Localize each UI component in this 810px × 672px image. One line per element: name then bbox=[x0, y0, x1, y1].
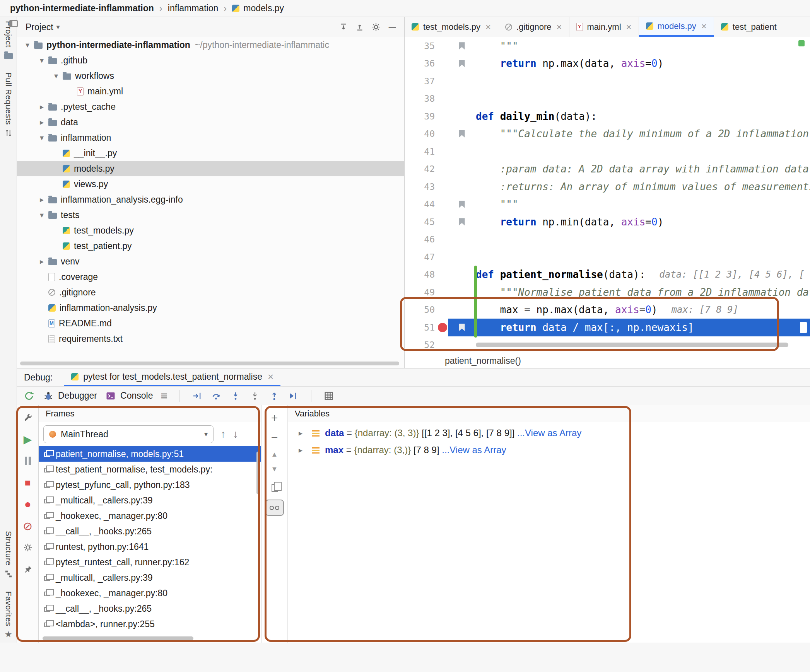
variable-row-max[interactable]: ▸max = {ndarray: (3,)} [7 8 9] ...View a… bbox=[288, 442, 810, 459]
expand-all-icon[interactable] bbox=[337, 20, 350, 34]
frame-row-10[interactable]: __call__, _hooks.py:265 bbox=[39, 601, 261, 616]
tree-item-gitignore[interactable]: .gitignore bbox=[17, 285, 404, 300]
next-frame-icon[interactable]: ↓ bbox=[233, 428, 238, 440]
code-line-49[interactable]: 49 """Normalise patient data from a 2D i… bbox=[405, 283, 810, 301]
line-number[interactable]: 48 bbox=[405, 266, 448, 284]
project-panel-title[interactable]: Project bbox=[26, 22, 53, 32]
pause-program-icon[interactable] bbox=[22, 455, 34, 467]
tree-item-models-py[interactable]: models.py bbox=[17, 161, 404, 176]
frame-row-8[interactable]: _multicall, _callers.py:39 bbox=[39, 570, 261, 585]
rerun-icon[interactable] bbox=[23, 390, 35, 402]
tree-item-coverage[interactable]: .coverage bbox=[17, 269, 404, 285]
line-number[interactable]: 47 bbox=[405, 248, 448, 266]
frames-vscrollbar[interactable] bbox=[256, 452, 260, 494]
layout-options-icon[interactable]: ≡ bbox=[161, 389, 167, 403]
line-number[interactable]: 44 bbox=[405, 196, 448, 213]
tree-item-github[interactable]: ▾.github bbox=[17, 53, 404, 68]
step-out-icon[interactable] bbox=[268, 390, 280, 402]
chevron-right-icon[interactable]: ▸ bbox=[35, 102, 48, 111]
code-line-38[interactable]: 38 bbox=[405, 90, 810, 108]
variable-row-data[interactable]: ▸data = {ndarray: (3, 3)} [[1 2 3], [4 5… bbox=[288, 425, 810, 442]
code-line-45[interactable]: 45 return np.min(data, axis=0) bbox=[405, 213, 810, 231]
step-into-icon[interactable] bbox=[230, 390, 241, 402]
editor-breadcrumb[interactable]: patient_normalise() bbox=[405, 354, 810, 368]
chevron-down-icon[interactable]: ▾ bbox=[35, 210, 48, 220]
code-line-41[interactable]: 41 bbox=[405, 143, 810, 160]
code-line-48[interactable]: 48def patient_normalise(data):data: [[1 … bbox=[405, 266, 810, 284]
breadcrumb-project[interactable]: python-intermediate-inflammation bbox=[10, 3, 154, 14]
frame-row-0[interactable]: patient_normalise, models.py:51 bbox=[39, 446, 261, 462]
breadcrumb-package[interactable]: inflammation bbox=[168, 3, 218, 14]
tab-debugger[interactable]: Debugger bbox=[43, 390, 97, 402]
code-editor[interactable]: 35 """36 return np.max(data, axis=0)3738… bbox=[405, 37, 810, 354]
breadcrumb-file[interactable]: models.py bbox=[232, 3, 284, 14]
tree-item-requirements-txt[interactable]: requirements.txt bbox=[17, 331, 404, 346]
chevron-down-icon[interactable]: ▾ bbox=[21, 40, 34, 49]
thread-selector[interactable]: MainThread ▾ bbox=[43, 425, 214, 443]
code-line-42[interactable]: 42 :param data: A 2D data array with inf… bbox=[405, 160, 810, 178]
code-line-46[interactable]: 46 bbox=[405, 231, 810, 249]
frame-row-6[interactable]: runtest, python.py:1641 bbox=[39, 539, 261, 554]
tree-item-test-patient-py[interactable]: test_patient.py bbox=[17, 238, 404, 254]
frame-row-9[interactable]: _hookexec, _manager.py:80 bbox=[39, 585, 261, 601]
tab-console[interactable]: Console bbox=[105, 390, 153, 402]
tree-item-main-yml[interactable]: main.yml bbox=[17, 84, 404, 99]
line-number[interactable]: 41 bbox=[405, 143, 448, 160]
view-breakpoints-grid-icon[interactable] bbox=[323, 390, 335, 402]
show-watches-toggle[interactable] bbox=[265, 500, 284, 516]
close-icon[interactable]: × bbox=[268, 371, 273, 383]
line-number[interactable]: 43 bbox=[405, 178, 448, 196]
line-number[interactable]: 52 bbox=[405, 336, 448, 354]
code-line-50[interactable]: 50 max = np.max(data, axis=0)max: [7 8 9… bbox=[405, 301, 810, 319]
inspections-ok-indicator[interactable] bbox=[798, 40, 805, 46]
view-breakpoints-icon[interactable]: ● bbox=[22, 498, 34, 510]
frames-hscrollbar[interactable] bbox=[43, 636, 193, 640]
tree-item-python-intermediate-inflammation[interactable]: ▾python-intermediate-inflammation~/pytho… bbox=[17, 37, 404, 53]
chevron-right-icon[interactable]: ▸ bbox=[35, 195, 48, 204]
line-number[interactable]: 51 bbox=[405, 319, 448, 336]
project-tree-hscrollbar[interactable] bbox=[20, 362, 399, 365]
tree-item-views-py[interactable]: views.py bbox=[17, 176, 404, 192]
editor-tab-test-patient[interactable]: test_patient bbox=[714, 17, 784, 37]
chevron-down-icon[interactable]: ▾ bbox=[35, 56, 48, 65]
tree-item-test-models-py[interactable]: test_models.py bbox=[17, 223, 404, 238]
settings-wrench-icon[interactable] bbox=[22, 411, 34, 424]
line-number[interactable]: 50 bbox=[405, 301, 448, 319]
close-icon[interactable]: × bbox=[557, 22, 562, 32]
close-icon[interactable]: × bbox=[485, 22, 491, 32]
chevron-right-icon[interactable]: ▸ bbox=[299, 428, 312, 438]
code-line-39[interactable]: 39def daily_min(data): bbox=[405, 107, 810, 125]
chevron-right-icon[interactable]: ▸ bbox=[299, 445, 312, 455]
line-number[interactable]: 46 bbox=[405, 231, 448, 249]
line-number[interactable]: 49 bbox=[405, 283, 448, 301]
code-line-35[interactable]: 35 """ bbox=[405, 37, 810, 55]
frame-row-2[interactable]: pytest_pyfunc_call, python.py:183 bbox=[39, 477, 261, 493]
line-number[interactable]: 35 bbox=[405, 37, 448, 55]
tree-item-data[interactable]: ▸data bbox=[17, 114, 404, 130]
stop-icon[interactable]: ■ bbox=[22, 476, 34, 489]
line-number[interactable]: 37 bbox=[405, 72, 448, 90]
line-number[interactable]: 40 bbox=[405, 125, 448, 143]
tree-item-readme-md[interactable]: README.md bbox=[17, 316, 404, 331]
resume-program-icon[interactable]: ▶ bbox=[22, 433, 34, 445]
collapse-all-icon[interactable] bbox=[353, 20, 366, 34]
editor-vscrollbar-thumb[interactable] bbox=[800, 322, 807, 333]
editor-tab-models-py[interactable]: models.py× bbox=[639, 17, 714, 37]
close-icon[interactable]: × bbox=[701, 21, 707, 32]
tree-item-inflammation[interactable]: ▾inflammation bbox=[17, 130, 404, 145]
code-line-37[interactable]: 37 bbox=[405, 72, 810, 90]
code-line-47[interactable]: 47 bbox=[405, 248, 810, 266]
chevron-right-icon[interactable]: ▸ bbox=[35, 118, 48, 127]
frame-row-7[interactable]: pytest_runtest_call, runner.py:162 bbox=[39, 554, 261, 570]
toolwindow-layout-icon[interactable] bbox=[9, 20, 18, 27]
frame-row-5[interactable]: __call__, _hooks.py:265 bbox=[39, 524, 261, 539]
tree-item-pytest-cache[interactable]: ▸.pytest_cache bbox=[17, 99, 404, 114]
previous-frame-icon[interactable]: ↑ bbox=[220, 428, 226, 440]
line-number[interactable]: 39 bbox=[405, 107, 448, 125]
code-line-44[interactable]: 44 """ bbox=[405, 196, 810, 213]
step-over-icon[interactable] bbox=[210, 390, 222, 402]
chevron-down-icon[interactable]: ▾ bbox=[50, 71, 63, 80]
remove-watch-icon[interactable]: − bbox=[271, 432, 278, 443]
editor-tab-main-yml[interactable]: main.yml× bbox=[569, 17, 639, 37]
debug-session-tab[interactable]: pytest for test_models.test_patient_norm… bbox=[64, 368, 280, 386]
